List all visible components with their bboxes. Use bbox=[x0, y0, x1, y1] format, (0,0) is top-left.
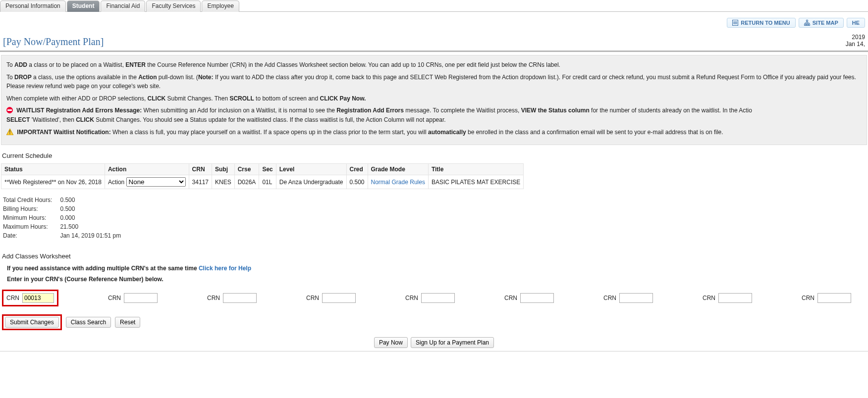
crn-input-5[interactable] bbox=[421, 293, 455, 303]
return-to-menu-button[interactable]: RETURN TO MENU bbox=[727, 18, 795, 28]
crn-item: CRN bbox=[504, 293, 554, 303]
tab-employee[interactable]: Employee bbox=[202, 0, 239, 12]
summary-label: Billing Hours: bbox=[3, 205, 59, 213]
col-subj: Subj bbox=[212, 164, 234, 175]
crn-item: CRN bbox=[405, 293, 455, 303]
cell-status: **Web Registered** on Nov 26, 2018 bbox=[1, 175, 105, 189]
cell-cred: 0.500 bbox=[346, 175, 368, 189]
top-tabs: Personal InformationStudentFinancial Aid… bbox=[0, 0, 868, 12]
summary-label: Date: bbox=[3, 232, 59, 240]
cell-level: De Anza Undergraduate bbox=[276, 175, 346, 189]
crn-input-7[interactable] bbox=[619, 293, 653, 303]
no-entry-icon bbox=[6, 107, 13, 113]
crn-input-4[interactable] bbox=[322, 293, 356, 303]
summary-value: 0.500 bbox=[60, 205, 128, 213]
cell-crse: D026A bbox=[234, 175, 259, 189]
add-classes-worksheet-title: Add Classes Worksheet bbox=[2, 252, 868, 260]
submit-changes-highlight: Submit Changes bbox=[2, 314, 62, 330]
crn-item: CRN bbox=[802, 293, 851, 303]
term-date: 2019 Jan 14, bbox=[846, 34, 865, 48]
summary-value: 0.000 bbox=[60, 214, 128, 222]
summary-row: Maximum Hours:21.500 bbox=[3, 223, 128, 231]
submit-changes-button[interactable]: Submit Changes bbox=[5, 317, 59, 328]
assist-row: If you need assistance with adding multi… bbox=[7, 265, 868, 272]
grade-mode-link[interactable]: Normal Grade Rules bbox=[371, 179, 425, 186]
crn-input-2[interactable] bbox=[124, 293, 158, 303]
crn-item: CRN bbox=[603, 293, 653, 303]
reset-button[interactable]: Reset bbox=[115, 317, 140, 328]
crn-input-8[interactable] bbox=[718, 293, 752, 303]
summary-value: Jan 14, 2019 01:51 pm bbox=[60, 232, 128, 240]
pay-now-button[interactable]: Pay Now bbox=[374, 337, 408, 348]
crn-input-3[interactable] bbox=[223, 293, 257, 303]
tab-personal-information[interactable]: Personal Information bbox=[0, 0, 66, 12]
crn-label: CRN bbox=[405, 295, 418, 301]
class-search-button[interactable]: Class Search bbox=[66, 317, 111, 328]
svg-rect-7 bbox=[808, 24, 810, 26]
svg-rect-5 bbox=[804, 24, 806, 26]
summary-label: Maximum Hours: bbox=[3, 223, 59, 231]
col-status: Status bbox=[1, 164, 105, 175]
menu-icon bbox=[732, 20, 738, 26]
table-row: **Web Registered** on Nov 26, 2018 Actio… bbox=[1, 175, 524, 189]
instruction-waitlist-errors: WAITLIST Registration Add Errors Message… bbox=[6, 106, 862, 124]
crn-label: CRN bbox=[703, 295, 715, 301]
crn-item: CRN bbox=[207, 293, 257, 303]
page-title: [Pay Now/Payment Plan] bbox=[3, 36, 104, 48]
payment-button-row: Pay Now Sign Up for a Payment Plan bbox=[0, 337, 868, 349]
current-schedule-table: StatusActionCRNSubjCrseSecLevelCredGrade… bbox=[1, 163, 524, 189]
crn-input-1[interactable] bbox=[22, 293, 54, 303]
crn-item: CRN bbox=[306, 293, 356, 303]
enter-crn-row: Enter in your CRN's (Course Reference Nu… bbox=[7, 276, 868, 283]
crn-label: CRN bbox=[207, 295, 220, 301]
term-label: 2019 bbox=[846, 34, 865, 41]
crn-label: CRN bbox=[802, 295, 814, 301]
col-sec: Sec bbox=[259, 164, 276, 175]
summary-row: Total Credit Hours:0.500 bbox=[3, 196, 128, 204]
crn-label: CRN bbox=[108, 295, 121, 301]
toolbar: RETURN TO MENU SITE MAP HE bbox=[0, 12, 868, 28]
help-label: HE bbox=[852, 20, 860, 26]
divider bbox=[0, 50, 868, 52]
instruction-add: To ADD a class or to be placed on a Wait… bbox=[6, 60, 862, 70]
crn-label: CRN bbox=[306, 295, 319, 301]
summary-label: Total Credit Hours: bbox=[3, 196, 59, 204]
crn-item: CRN bbox=[703, 293, 752, 303]
svg-rect-4 bbox=[806, 20, 808, 22]
return-to-menu-label: RETURN TO MENU bbox=[741, 20, 790, 26]
action-label: Action bbox=[108, 179, 124, 186]
summary-value: 21.500 bbox=[60, 223, 128, 231]
summary-row: Minimum Hours:0.000 bbox=[3, 214, 128, 222]
help-link[interactable]: Click here for Help bbox=[199, 265, 251, 272]
date-label: Jan 14, bbox=[846, 41, 865, 48]
crn-input-6[interactable] bbox=[520, 293, 554, 303]
crn-item: CRN bbox=[108, 293, 158, 303]
warning-icon: ! bbox=[6, 129, 13, 135]
summary-value: 0.500 bbox=[60, 196, 128, 204]
crn-label: CRN bbox=[504, 295, 517, 301]
summary-row: Billing Hours:0.500 bbox=[3, 205, 128, 213]
crn-label: CRN bbox=[6, 295, 19, 301]
cell-grade-mode: Normal Grade Rules bbox=[368, 175, 428, 189]
footer-divider bbox=[0, 351, 868, 351]
action-select[interactable]: None bbox=[126, 177, 186, 187]
instruction-waitlist-important: ! IMPORTANT Waitlist Notification: When … bbox=[6, 128, 862, 137]
crn-input-highlight: CRN bbox=[2, 290, 58, 306]
action-button-row: Submit Changes Class Search Reset bbox=[0, 308, 868, 330]
svg-rect-6 bbox=[806, 24, 808, 26]
cell-crn: 34117 bbox=[189, 175, 212, 189]
summary-row: Date:Jan 14, 2019 01:51 pm bbox=[3, 232, 128, 240]
instruction-drop: To DROP a class, use the options availab… bbox=[6, 73, 862, 91]
tab-financial-aid[interactable]: Financial Aid bbox=[101, 0, 145, 12]
col-level: Level bbox=[276, 164, 346, 175]
col-cred: Cred bbox=[346, 164, 368, 175]
tab-student[interactable]: Student bbox=[67, 0, 100, 12]
tab-faculty-services[interactable]: Faculty Services bbox=[146, 0, 201, 12]
current-schedule-title: Current Schedule bbox=[2, 152, 868, 159]
help-button[interactable]: HE bbox=[847, 18, 865, 28]
cell-title: BASIC PILATES MAT EXERCISE bbox=[428, 175, 523, 189]
summary-label: Minimum Hours: bbox=[3, 214, 59, 222]
site-map-button[interactable]: SITE MAP bbox=[799, 18, 844, 28]
crn-input-9[interactable] bbox=[817, 293, 851, 303]
sign-up-payment-plan-button[interactable]: Sign Up for a Payment Plan bbox=[411, 337, 494, 348]
